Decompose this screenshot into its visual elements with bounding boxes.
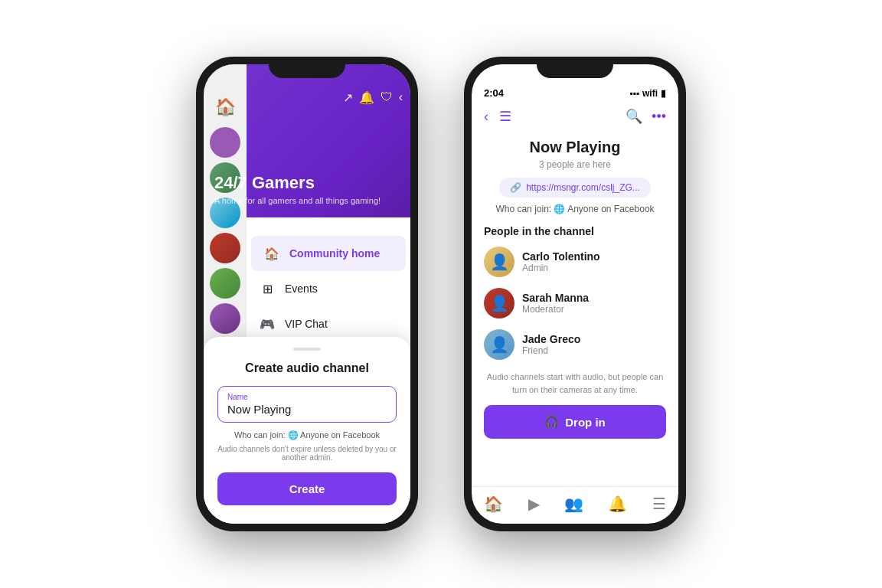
person-jade: 👤 Jade Greco Friend [484,329,666,360]
person-jade-info: Jade Greco Friend [522,333,580,356]
phone2-content: 2:04 ▪▪▪ wifi ▮ ‹ ☰ 🔍 ••• [472,64,678,524]
banner-subtitle: A home for all gamers and all things gam… [214,196,381,205]
notch-1 [269,57,345,78]
sarah-role: Moderator [522,304,589,315]
who-can-join: Who can join: 🌐 Anyone on Facebook [217,430,397,440]
phones-container: ↗ 🔔 🛡 ‹ 24/7 Gamers A home for all gamer… [196,57,686,531]
time: 2:04 [484,87,504,99]
channel-title: Now Playing [484,139,666,156]
person-carlo: 👤 Carlo Tolentino Admin [484,247,666,277]
sidebar-home-icon[interactable]: 🏠 [210,92,240,122]
sidebar-avatar-1[interactable] [210,127,240,158]
topbar-right: 🔍 ••• [626,108,666,125]
nav-community-icon[interactable]: 👥 [564,495,583,513]
modal-title: Create audio channel [217,361,397,375]
avatar-carlo: 👤 [484,247,514,277]
topbar: ‹ ☰ 🔍 ••• [472,102,678,131]
nav-video-icon[interactable]: ▶ [528,495,540,513]
carlo-role: Admin [522,263,600,273]
more-button[interactable]: ••• [652,109,666,125]
dropdown-item-events[interactable]: ⊞ Events [247,271,410,306]
carlo-name: Carlo Tolentino [522,250,600,263]
sidebar-avatar-4[interactable] [210,233,240,263]
modal-handle [293,348,321,351]
channel-subtitle: 3 people are here [484,159,666,170]
create-audio-channel-modal: Create audio channel Name Now Playing Wh… [204,337,410,524]
dropdown-item-community-home[interactable]: 🏠 Community home [251,236,406,271]
input-value: Now Playing [227,403,387,416]
channel-link: https://msngr.com/cslj_ZG... [526,182,640,193]
nav-menu-icon[interactable]: ☰ [652,495,666,513]
jade-role: Friend [522,345,580,356]
create-button[interactable]: Create [217,472,397,505]
avatar-sarah: 👤 [484,288,514,318]
search-button[interactable]: 🔍 [626,108,642,125]
avatar-jade: 👤 [484,329,514,360]
input-label: Name [227,393,387,401]
share-icon[interactable]: ↗ [343,90,353,105]
community-home-icon: 🏠 [262,243,282,263]
banner-top-icons: ↗ 🔔 🛡 ‹ [343,90,403,105]
sarah-name: Sarah Manna [522,292,589,304]
link-icon: 🔗 [510,182,521,193]
sidebar-avatar-5[interactable] [210,268,240,299]
bottom-navigation: 🏠 ▶ 👥 🔔 ☰ [472,486,678,524]
banner-title: 24/7 Gamers [214,173,381,193]
topbar-left: ‹ ☰ [484,108,511,125]
person-sarah-info: Sarah Manna Moderator [522,292,589,315]
headphone-icon: 🎧 [544,415,559,429]
jade-name: Jade Greco [522,333,580,345]
who-can-join: Who can join: 🌐 Anyone on Facebook [484,204,666,214]
bell-icon[interactable]: 🔔 [359,90,374,105]
phone-2-inner: 2:04 ▪▪▪ wifi ▮ ‹ ☰ 🔍 ••• [472,64,678,524]
shield-icon[interactable]: 🛡 [381,90,393,105]
nav-home-icon[interactable]: 🏠 [484,495,503,513]
events-icon: ⊞ [257,279,277,299]
notch-2 [537,57,613,78]
events-label: Events [285,283,318,295]
signal-icon: ▪▪▪ [629,88,639,99]
vip-chat-icon: 🎮 [257,314,277,334]
phone1-content: ↗ 🔔 🛡 ‹ 24/7 Gamers A home for all gamer… [204,64,410,524]
nav-bell-icon[interactable]: 🔔 [608,495,627,513]
banner-text: 24/7 Gamers A home for all gamers and al… [214,173,381,205]
sidebar-avatar-6[interactable] [210,303,240,334]
channel-name-input[interactable]: Name Now Playing [217,386,397,423]
drop-in-label: Drop in [565,416,606,429]
people-title: People in the channel [484,225,666,237]
phone-1-inner: ↗ 🔔 🛡 ‹ 24/7 Gamers A home for all gamer… [204,64,410,524]
battery-icon: ▮ [661,88,666,99]
back-button[interactable]: ‹ [484,109,488,125]
phone-1: ↗ 🔔 🛡 ‹ 24/7 Gamers A home for all gamer… [196,57,418,531]
drop-in-button[interactable]: 🎧 Drop in [484,405,666,439]
menu-button[interactable]: ☰ [499,108,511,125]
channel-link-pill[interactable]: 🔗 https://msngr.com/cslj_ZG... [499,178,651,198]
phone-2: 2:04 ▪▪▪ wifi ▮ ‹ ☰ 🔍 ••• [464,57,686,531]
person-sarah: 👤 Sarah Manna Moderator [484,288,666,318]
vip-chat-label: VIP Chat [285,318,328,330]
channel-detail-main: Now Playing 3 people are here 🔗 https://… [472,131,678,486]
back-icon[interactable]: ‹ [399,90,403,105]
wifi-icon: wifi [642,88,658,99]
person-carlo-info: Carlo Tolentino Admin [522,250,600,273]
community-home-label: Community home [289,247,380,260]
status-icons: ▪▪▪ wifi ▮ [629,88,666,99]
disclaimer: Audio channels don't expire unless delet… [217,445,397,462]
audio-note: Audio channels start with audio, but peo… [484,371,666,396]
